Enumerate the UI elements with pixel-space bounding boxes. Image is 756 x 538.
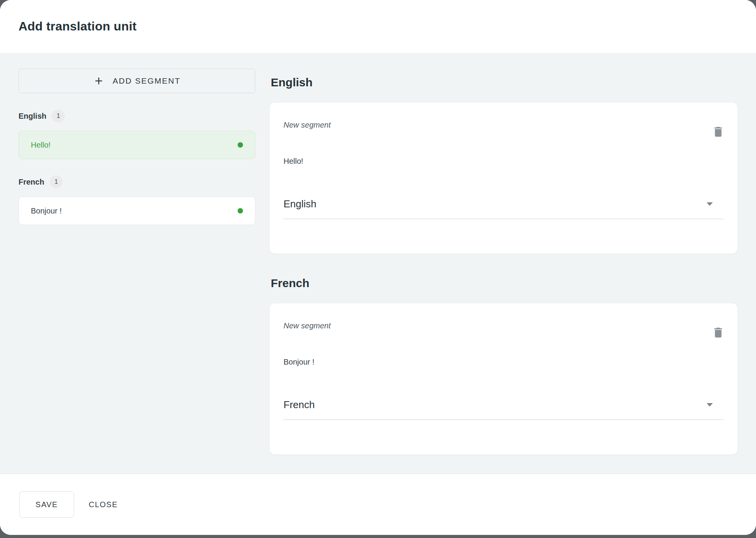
- plus-icon: [93, 76, 104, 86]
- dialog-header: Add translation unit: [0, 0, 756, 53]
- segment-count-badge: 1: [52, 109, 65, 123]
- section-heading-english: English: [271, 75, 738, 90]
- segment-list-item-text: Bonjour !: [31, 207, 62, 215]
- green-status-dot-icon: [238, 142, 243, 148]
- segment-count-badge: 1: [50, 175, 63, 188]
- dialog-footer: SAVE CLOSE: [0, 474, 756, 535]
- segment-list-item[interactable]: Bonjour !: [19, 197, 255, 225]
- language-select-value: English: [284, 197, 316, 211]
- new-segment-label: New segment: [284, 320, 724, 331]
- close-button[interactable]: CLOSE: [89, 500, 118, 509]
- language-label: French: [19, 178, 44, 187]
- chevron-down-icon: [707, 403, 713, 407]
- language-select-value: French: [284, 398, 315, 412]
- segment-card-french: New segment Bonjour ! French: [269, 303, 738, 455]
- delete-segment-button[interactable]: [710, 123, 727, 140]
- save-button[interactable]: SAVE: [19, 491, 74, 518]
- trash-icon: [712, 125, 725, 138]
- language-group-header: English 1: [19, 109, 255, 123]
- section-heading-french: French: [271, 276, 738, 291]
- green-status-dot-icon: [238, 208, 243, 214]
- language-label: English: [19, 112, 46, 121]
- segment-text-input[interactable]: Hello!: [284, 156, 724, 166]
- new-segment-label: New segment: [284, 119, 724, 130]
- language-select-english[interactable]: English: [284, 197, 724, 219]
- add-translation-unit-dialog: Add translation unit ADD SEGMENT English…: [0, 0, 756, 535]
- language-group-header: French 1: [19, 175, 255, 188]
- segment-list-item-text: Hello!: [31, 141, 51, 150]
- add-segment-label: ADD SEGMENT: [113, 76, 181, 86]
- segment-text-input[interactable]: Bonjour !: [284, 356, 724, 367]
- delete-segment-button[interactable]: [710, 324, 727, 341]
- add-segment-button[interactable]: ADD SEGMENT: [19, 69, 255, 93]
- dialog-title: Add translation unit: [19, 19, 137, 34]
- language-select-french[interactable]: French: [284, 398, 724, 420]
- language-group-french: French 1 Bonjour !: [19, 175, 255, 225]
- chevron-down-icon: [707, 202, 713, 206]
- segment-list-item-selected[interactable]: Hello!: [19, 131, 255, 159]
- segment-card-english: New segment Hello! English: [269, 102, 738, 254]
- editor-panel: English New segment Hello! English Frenc…: [269, 69, 738, 474]
- segments-panel: ADD SEGMENT English 1 Hello! French 1: [19, 69, 255, 474]
- language-group-english: English 1 Hello!: [19, 109, 255, 159]
- dialog-content: ADD SEGMENT English 1 Hello! French 1: [0, 53, 756, 474]
- trash-icon: [712, 326, 725, 339]
